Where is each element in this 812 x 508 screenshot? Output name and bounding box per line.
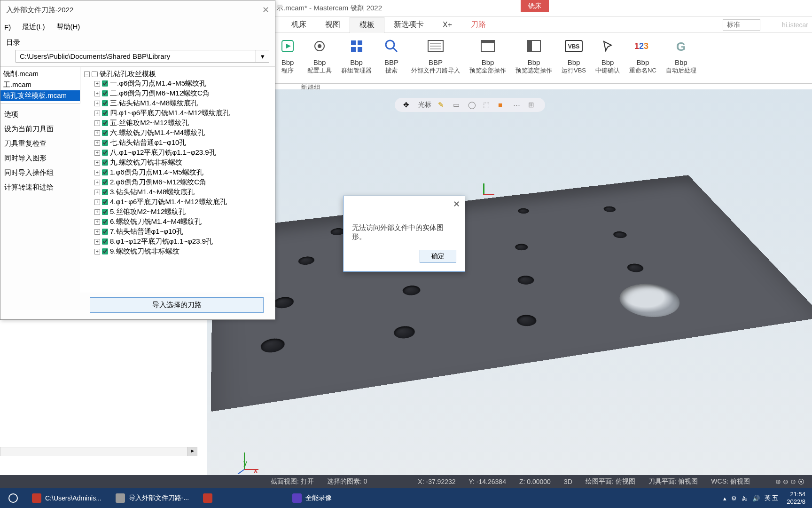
tree-checkbox[interactable] xyxy=(102,229,108,235)
tree-item[interactable]: +四.φ1~φ6平底刀铣M1.4~M12螺纹底孔 xyxy=(84,108,271,118)
ribbon-search[interactable]: 标准 xyxy=(723,19,760,31)
tree-item[interactable]: +五.丝锥攻M2~M12螺纹孔 xyxy=(84,118,271,128)
ribbon-button-grid[interactable]: Bbp群组管理器 xyxy=(336,36,376,80)
tray-icon[interactable]: ⚙ xyxy=(731,495,737,502)
tree-item[interactable]: +一.φ6倒角刀点M1.4~M5螺纹孔 xyxy=(84,79,271,88)
tool-icon[interactable]: ⊞ xyxy=(528,101,537,109)
expand-icon[interactable]: + xyxy=(94,180,100,185)
collapse-icon[interactable]: − xyxy=(84,71,90,77)
tray-icon[interactable]: ▴ xyxy=(723,495,726,502)
ribbon-button-search[interactable]: BBP搜索 xyxy=(376,36,406,80)
tab-template[interactable]: 模板 xyxy=(350,17,384,33)
status-mode[interactable]: 3D xyxy=(564,478,572,485)
tree-item[interactable]: +9.螺纹铣刀铣非标螺纹 xyxy=(84,246,271,256)
tool-icon[interactable]: ▭ xyxy=(453,101,461,109)
expand-icon[interactable]: + xyxy=(94,150,100,156)
ribbon-button-cursor[interactable]: Bbp中键确认 xyxy=(591,36,625,80)
tree-item[interactable]: +5.丝锥攻M2~M12螺纹孔 xyxy=(84,207,271,217)
start-button[interactable] xyxy=(3,490,23,506)
tree-checkbox[interactable] xyxy=(102,90,108,96)
expand-icon[interactable]: + xyxy=(94,170,100,175)
tree-item[interactable]: +九.螺纹铣刀铣非标螺纹 xyxy=(84,158,271,167)
option-item[interactable]: 同时导入图形 xyxy=(3,151,78,166)
ribbon-button-panel[interactable]: Bbp预览全部操作 xyxy=(465,36,511,80)
system-tray[interactable]: ▴ ⚙ 🖧 🔊 英 五 21:54 2022/8 xyxy=(723,491,809,505)
expand-icon[interactable]: + xyxy=(94,140,100,146)
option-item[interactable]: 同时导入操作组 xyxy=(3,166,78,180)
selection-toolbar[interactable]: ✥ 光标 ✎ ▭ ◯ ⬚ ■ ⋯ ⊞ xyxy=(395,98,545,112)
tree-checkbox[interactable] xyxy=(102,140,108,146)
tab-view[interactable]: 视图 xyxy=(316,17,350,33)
menu-recent[interactable]: 最近(L) xyxy=(22,23,45,32)
expand-icon[interactable]: + xyxy=(94,130,100,136)
tree-item[interactable]: +3.钻头钻M1.4~M8螺纹底孔 xyxy=(84,187,271,197)
taskbar-item-mastercam[interactable] xyxy=(197,490,218,506)
tab-toolpath[interactable]: 刀路 xyxy=(461,17,495,33)
tab-new[interactable]: 新选项卡 xyxy=(384,17,433,33)
expand-icon[interactable]: + xyxy=(94,249,100,254)
status-section-view[interactable]: 截面视图: 打开 xyxy=(271,477,314,486)
expand-icon[interactable]: + xyxy=(94,190,100,195)
ribbon-button-vbs[interactable]: VBSBbp运行VBS xyxy=(557,36,591,80)
tree-checkbox[interactable] xyxy=(102,150,108,156)
operations-tree[interactable]: − 铣孔钻孔攻丝模板 +一.φ6倒角刀点M1.4~M5螺纹孔+二.φ6倒角刀倒M… xyxy=(80,67,275,293)
ribbon-button-123[interactable]: 123Bbp重命名NC xyxy=(625,36,661,80)
taskbar-item-recorder[interactable]: 全能录像 xyxy=(287,490,337,506)
tree-checkbox[interactable] xyxy=(102,80,108,87)
cursor-icon[interactable]: ✥ xyxy=(403,101,412,109)
ribbon-button-gear[interactable]: Bbp配置工具 xyxy=(303,36,336,80)
horizontal-scrollbar[interactable]: ▸ xyxy=(0,447,197,456)
tree-checkbox[interactable] xyxy=(102,238,108,245)
file-item[interactable]: 工.mcam xyxy=(0,79,80,90)
option-item[interactable]: 计算转速和进给 xyxy=(3,180,78,195)
ribbon-button-g[interactable]: GBbp自动后处理 xyxy=(661,36,701,80)
status-gplane[interactable]: 绘图平面: 俯视图 xyxy=(586,477,635,486)
status-wcs[interactable]: WCS: 俯视图 xyxy=(711,477,750,486)
tray-network-icon[interactable]: 🖧 xyxy=(742,495,748,502)
context-tab-mill[interactable]: 铣床 xyxy=(521,0,549,12)
tree-checkbox[interactable] xyxy=(102,159,108,166)
expand-icon[interactable]: + xyxy=(94,91,100,96)
tree-checkbox[interactable] xyxy=(102,248,108,254)
option-item[interactable]: 刀具重复检查 xyxy=(3,136,78,151)
file-item[interactable]: 钻孔攻丝模板.mcam xyxy=(0,90,80,101)
taskbar-item-import[interactable]: 导入外部文件刀路-... xyxy=(110,490,195,506)
tree-item[interactable]: +8.φ1~φ12平底刀铣φ1.1~φ23.9孔 xyxy=(84,237,271,246)
tree-checkbox[interactable] xyxy=(102,120,108,126)
menu-help[interactable]: 帮助(H) xyxy=(56,23,80,32)
root-checkbox[interactable] xyxy=(92,71,98,77)
option-item[interactable]: 设为当前刀具面 xyxy=(3,122,78,136)
tree-item[interactable]: +二.φ6倒角刀倒M6~M12螺纹C角 xyxy=(84,88,271,98)
tool-icon[interactable]: ⬚ xyxy=(483,101,492,109)
tree-checkbox[interactable] xyxy=(102,199,108,205)
expand-icon[interactable]: + xyxy=(94,160,100,166)
tree-item[interactable]: +三.钻头钻M1.4~M8螺纹底孔 xyxy=(84,98,271,108)
status-icons[interactable]: ⊕ ⊖ ⊙ ⦿ xyxy=(775,478,804,485)
tool-icon[interactable]: ⋯ xyxy=(513,101,522,109)
tree-item[interactable]: +七.钻头钻普通φ1~φ10孔 xyxy=(84,138,271,148)
tray-ime[interactable]: 英 五 xyxy=(765,494,779,502)
taskbar-item-explorer[interactable]: C:\Users\Adminis... xyxy=(26,490,107,506)
tree-checkbox[interactable] xyxy=(102,110,108,116)
tree-checkbox[interactable] xyxy=(102,219,108,225)
status-tplane[interactable]: 刀具平面: 俯视图 xyxy=(648,477,698,486)
ok-button[interactable]: 确定 xyxy=(420,250,456,263)
tab-machine[interactable]: 机床 xyxy=(282,17,316,33)
tree-item[interactable]: +八.φ1~φ12平底刀铣φ1.1~φ23.9孔 xyxy=(84,148,271,158)
tree-root[interactable]: − 铣孔钻孔攻丝模板 xyxy=(84,70,271,79)
tool-icon[interactable]: ✎ xyxy=(438,101,446,109)
tray-volume-icon[interactable]: 🔊 xyxy=(752,495,760,502)
error-titlebar[interactable]: ✕ xyxy=(344,196,465,212)
tree-item[interactable]: +4.φ1~φ6平底刀铣M1.4~M12螺纹底孔 xyxy=(84,197,271,207)
windows-taskbar[interactable]: C:\Users\Adminis... 导入外部文件刀路-... 全能录像 ▴ … xyxy=(0,488,812,508)
library-path-input[interactable] xyxy=(16,50,256,63)
tool-icon[interactable]: ■ xyxy=(498,101,507,109)
tree-item[interactable]: +六.螺纹铣刀铣M1.4~M4螺纹孔 xyxy=(84,128,271,138)
ribbon-button-run[interactable]: Bbp程序 xyxy=(273,36,303,80)
scroll-right-button[interactable]: ▸ xyxy=(187,447,197,456)
tree-checkbox[interactable] xyxy=(102,130,108,136)
taskbar-clock[interactable]: 21:54 2022/8 xyxy=(783,491,809,505)
expand-icon[interactable]: + xyxy=(94,120,100,126)
tree-checkbox[interactable] xyxy=(102,189,108,195)
tree-checkbox[interactable] xyxy=(102,100,108,106)
